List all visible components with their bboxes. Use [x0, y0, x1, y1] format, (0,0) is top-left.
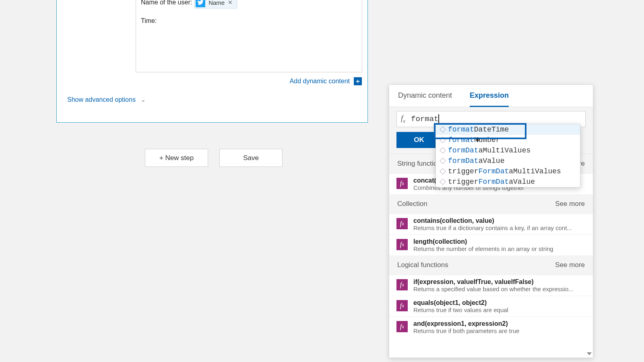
ac-rest: Number: [474, 136, 500, 144]
fx-badge-icon: fx: [396, 300, 408, 311]
message-body-textarea[interactable]: Name of the user: Name ✕ Time:: [136, 0, 362, 72]
ac-pre: trigger: [448, 167, 479, 175]
fx-icon: fx: [401, 114, 405, 124]
fn-signature: contains(collection, value): [413, 217, 586, 224]
ac-rest: DateTime: [474, 125, 509, 134]
ac-item-formdatavalue[interactable]: formDataValue: [436, 156, 580, 166]
expression-input[interactable]: format: [411, 115, 581, 123]
token-remove-icon[interactable]: ✕: [228, 0, 233, 6]
add-dynamic-content-link[interactable]: Add dynamic content ＋: [290, 77, 362, 85]
panel-tabs: Dynamic content Expression: [389, 85, 593, 107]
fn-description: Returns true if a dictionary contains a …: [413, 224, 586, 231]
tab-dynamic-content[interactable]: Dynamic content: [389, 85, 461, 107]
twitter-icon: [196, 0, 205, 7]
ac-item-formdatamultivalues[interactable]: formDataMultiValues: [436, 145, 580, 156]
ac-hl: formDat: [448, 157, 479, 165]
ac-item-triggerformdatavalue[interactable]: triggerFormDataValue: [436, 177, 580, 187]
ac-hl: FormDat: [479, 178, 509, 186]
ac-hl: format: [448, 136, 474, 144]
token-label: Name: [208, 0, 225, 6]
scroll-down-icon[interactable]: [587, 352, 592, 355]
ac-hl: format: [448, 125, 474, 134]
symbol-icon: [440, 148, 446, 153]
see-more-link[interactable]: See more: [555, 261, 585, 269]
fn-equals[interactable]: fx equals(object1, object2) Returns true…: [389, 296, 593, 317]
ac-item-triggerformdatamultivalues[interactable]: triggerFormDataMultiValues: [436, 166, 580, 177]
ac-item-formatdatetime[interactable]: formatDateTime: [436, 124, 580, 135]
ac-rest: aValue: [509, 178, 535, 186]
fn-signature: equals(object1, object2): [413, 299, 586, 306]
fn-signature: and(expression1, expression2): [413, 320, 586, 327]
category-header-logical: Logical functions See more: [389, 255, 593, 275]
category-header-collection: Collection See more: [389, 194, 593, 214]
symbol-icon: [440, 158, 446, 164]
fn-description: Returns true if two values are equal: [413, 306, 586, 313]
action-step-card: Name of the user: Name ✕ Time: Add dynam…: [56, 0, 368, 123]
show-advanced-label: Show advanced options: [67, 96, 136, 103]
category-title: Collection: [397, 200, 427, 208]
symbol-icon: [440, 179, 446, 185]
fn-if[interactable]: fx if(expression, valueIfTrue, valueIfFa…: [389, 275, 593, 296]
dynamic-token-name[interactable]: Name ✕: [194, 0, 237, 8]
fn-length[interactable]: fx length(collection) Returns the number…: [389, 234, 593, 255]
category-title: Logical functions: [397, 261, 448, 269]
fx-badge-icon: fx: [396, 279, 408, 290]
chevron-down-icon: ⌄: [140, 96, 146, 103]
fn-signature: length(collection): [413, 238, 586, 245]
fn-description: Returns the number of elements in an arr…: [413, 245, 586, 252]
symbol-icon: [440, 127, 446, 132]
ac-hl: formDat: [448, 146, 479, 154]
tab-expression[interactable]: Expression: [461, 85, 518, 107]
fn-description: Returns true if both parameters are true: [413, 327, 586, 334]
add-dynamic-content-label: Add dynamic content: [290, 78, 350, 85]
text-caret-icon: [438, 114, 439, 123]
fn-signature: if(expression, valueIfTrue, valueIfFalse…: [413, 278, 586, 286]
ac-hl: FormDat: [479, 167, 509, 175]
expression-autocomplete: formatDateTime formatNumber formDataMult…: [436, 124, 580, 187]
see-more-link[interactable]: See more: [555, 200, 585, 208]
expression-value: format: [411, 115, 438, 123]
symbol-icon: [440, 137, 446, 143]
ac-item-formatnumber[interactable]: formatNumber: [436, 135, 580, 145]
fx-badge-icon: fx: [396, 178, 408, 189]
step-footer-buttons: + New step Save: [145, 149, 283, 167]
fn-contains[interactable]: fx contains(collection, value) Returns t…: [389, 214, 593, 234]
symbol-icon: [440, 169, 446, 174]
field-label-time: Time:: [141, 17, 157, 24]
fx-badge-icon: fx: [396, 218, 408, 229]
fn-description: Returns a specified value based on wheth…: [413, 286, 586, 292]
fx-badge-icon: fx: [396, 321, 408, 332]
fn-and[interactable]: fx and(expression1, expression2) Returns…: [389, 317, 593, 337]
ac-rest: aMultiValues: [479, 146, 531, 154]
ac-rest: aMultiValues: [509, 167, 561, 175]
field-label-nameofuser: Name of the user:: [141, 0, 192, 6]
fx-badge-icon: fx: [396, 239, 408, 250]
plus-icon: ＋: [354, 77, 362, 85]
new-step-button[interactable]: + New step: [145, 149, 208, 167]
ac-pre: trigger: [448, 178, 479, 186]
show-advanced-options-toggle[interactable]: Show advanced options ⌄: [67, 96, 146, 103]
ac-rest: aValue: [479, 157, 505, 165]
ok-button[interactable]: OK: [396, 132, 442, 148]
save-button[interactable]: Save: [219, 149, 283, 167]
